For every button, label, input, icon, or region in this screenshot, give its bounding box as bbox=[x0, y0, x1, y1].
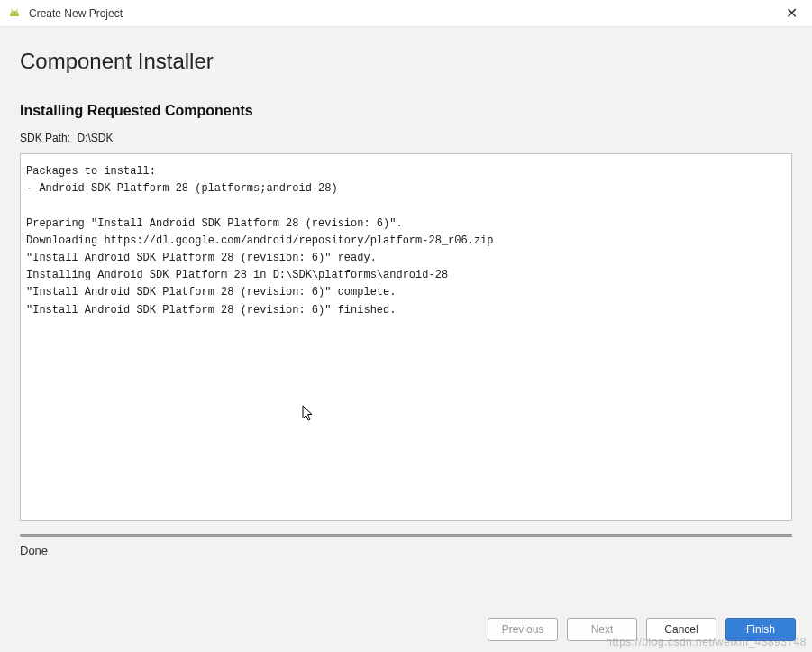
sdk-path-line: SDK Path: D:\SDK bbox=[20, 132, 792, 144]
next-button: Next bbox=[567, 618, 637, 641]
button-bar: Previous Next Cancel Finish bbox=[488, 618, 796, 641]
cancel-button[interactable]: Cancel bbox=[646, 618, 716, 641]
page-title: Component Installer bbox=[20, 49, 792, 74]
status-text: Done bbox=[20, 544, 792, 557]
finish-button[interactable]: Finish bbox=[725, 618, 796, 641]
android-icon bbox=[7, 6, 22, 21]
svg-line-3 bbox=[16, 9, 18, 11]
window-title: Create New Project bbox=[29, 7, 778, 20]
progress-bar bbox=[20, 534, 792, 537]
sdk-path-label: SDK Path: bbox=[20, 132, 70, 144]
close-icon[interactable]: ✕ bbox=[778, 5, 805, 22]
svg-point-0 bbox=[12, 13, 14, 14]
svg-line-2 bbox=[12, 9, 14, 11]
previous-button: Previous bbox=[488, 618, 558, 641]
install-log[interactable]: Packages to install: - Android SDK Platf… bbox=[20, 153, 792, 521]
sdk-path-value: D:\SDK bbox=[77, 132, 113, 144]
section-heading: Installing Requested Components bbox=[20, 103, 792, 119]
svg-point-1 bbox=[15, 13, 17, 14]
content-area: Component Installer Installing Requested… bbox=[0, 27, 812, 652]
titlebar: Create New Project ✕ bbox=[0, 0, 812, 27]
